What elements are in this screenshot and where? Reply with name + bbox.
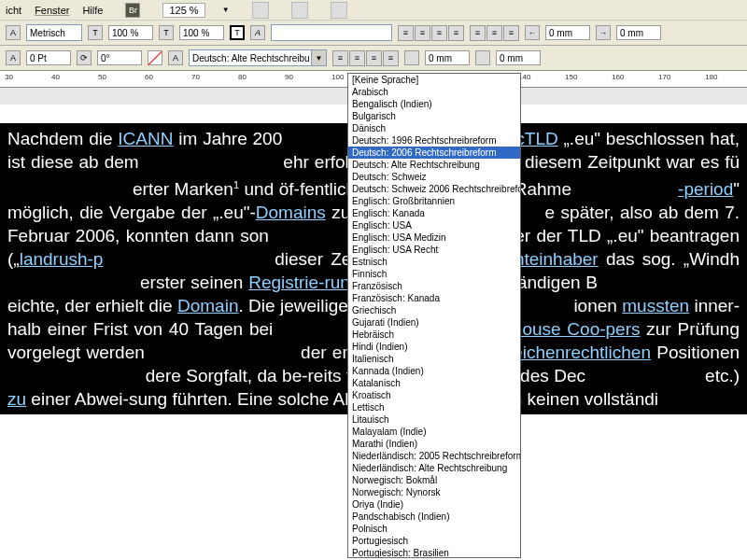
language-option[interactable]: Gujarati (Indien) xyxy=(348,316,520,329)
para-icon-2[interactable]: ≡ xyxy=(349,50,365,66)
language-option[interactable]: Litauisch xyxy=(348,413,520,426)
link-domain-2[interactable]: Domain xyxy=(177,296,238,315)
indent-right-input[interactable] xyxy=(616,25,661,40)
language-option[interactable]: Malayalam (Indie) xyxy=(348,426,520,438)
language-option[interactable]: Kroatisch xyxy=(348,389,520,401)
language-option[interactable]: Französisch: Kanada xyxy=(348,292,520,304)
language-combo[interactable]: Deutsch: Alte Rechtschreibu ▼ xyxy=(189,49,327,66)
language-option[interactable]: Arabisch xyxy=(348,86,520,98)
para-icon-4[interactable]: ≡ xyxy=(383,50,399,66)
menu-window[interactable]: Fenster xyxy=(35,5,69,16)
ruler-tick: 90 xyxy=(285,73,293,81)
scale-y-input[interactable] xyxy=(179,25,224,40)
language-option[interactable]: Englisch: USA xyxy=(348,219,520,231)
language-option[interactable]: Bulgarisch xyxy=(348,110,520,122)
language-option[interactable]: Niederländisch: Alte Rechtschreibung xyxy=(348,462,520,474)
language-option[interactable]: Deutsch: 2006 Rechtschreibreform xyxy=(348,147,520,159)
language-option[interactable]: Pandschabisch (Indien) xyxy=(348,511,520,523)
language-option[interactable]: Deutsch: Schweiz xyxy=(348,171,520,183)
menu-help[interactable]: Hilfe xyxy=(82,5,103,16)
bridge-icon[interactable]: Br xyxy=(125,3,140,18)
align-bottom-icon[interactable]: ≡ xyxy=(503,25,519,41)
language-option[interactable]: Kannada (Indien) xyxy=(348,365,520,377)
para-align-group: ≡ ≡ ≡ ≡ xyxy=(332,50,399,66)
language-option[interactable]: Hebräisch xyxy=(348,329,520,341)
font-style-combo[interactable] xyxy=(271,24,392,41)
language-option[interactable]: Norwegisch: Bokmål xyxy=(348,474,520,486)
no-fill-icon[interactable] xyxy=(148,50,162,65)
para-icon-3[interactable]: ≡ xyxy=(366,50,382,66)
indent-left-input[interactable] xyxy=(545,25,590,40)
language-option[interactable]: Niederländisch: 2005 Rechtschreibreform xyxy=(348,450,520,462)
language-option[interactable]: Englisch: USA Recht xyxy=(348,244,520,256)
view-mode-icon-2[interactable] xyxy=(291,2,308,19)
language-option[interactable]: Polnisch xyxy=(348,523,520,535)
ruler-tick: 70 xyxy=(191,73,200,81)
language-option[interactable]: Französisch xyxy=(348,280,520,292)
language-option[interactable]: Englisch: Kanada xyxy=(348,207,520,219)
color-icon[interactable]: A xyxy=(168,50,183,65)
para-icon-1[interactable]: ≡ xyxy=(332,50,348,66)
align-justify-icon[interactable]: ≡ xyxy=(448,25,464,41)
rotate-input[interactable] xyxy=(97,50,142,65)
scale-x-input[interactable] xyxy=(108,25,153,40)
language-option[interactable]: Portugiesisch: Brasilien xyxy=(348,547,520,558)
link-icann[interactable]: ICANN xyxy=(118,129,173,148)
toolbar-row-2: A ⟳ A Deutsch: Alte Rechtschreibu ▼ ≡ ≡ … xyxy=(0,46,747,71)
align-top-icon[interactable]: ≡ xyxy=(470,25,486,41)
ruler-tick: 80 xyxy=(238,73,247,81)
indent-left-icon[interactable]: ← xyxy=(525,25,540,40)
align-right-icon[interactable]: ≡ xyxy=(431,25,447,41)
language-option[interactable]: Norwegisch: Nynorsk xyxy=(348,486,520,498)
zoom-input[interactable]: 125 % xyxy=(162,3,204,18)
language-option[interactable]: Italienisch xyxy=(348,353,520,365)
menu-view[interactable]: icht xyxy=(6,5,21,16)
last-line-indent-input[interactable] xyxy=(496,50,541,65)
language-option[interactable]: Deutsch: Schweiz 2006 Rechtschreibreform xyxy=(348,183,520,195)
chevron-down-icon[interactable]: ▼ xyxy=(311,50,326,65)
ruler-tick: 30 xyxy=(5,73,13,81)
align-center-icon[interactable]: ≡ xyxy=(415,25,430,41)
baseline-input[interactable] xyxy=(26,50,71,65)
language-dropdown[interactable]: [Keine Sprache]ArabischBengalisch (Indie… xyxy=(347,73,521,558)
language-option[interactable]: Katalanisch xyxy=(348,377,520,389)
language-option[interactable]: Deutsch: 1996 Rechtschreibreform xyxy=(348,134,520,147)
ruler-tick: 170 xyxy=(658,73,670,81)
chevron-down-icon[interactable]: ▼ xyxy=(222,6,230,14)
language-option[interactable]: Hindi (Indien) xyxy=(348,341,520,353)
view-mode-icon-1[interactable] xyxy=(252,2,269,19)
first-line-indent-input[interactable] xyxy=(425,50,470,65)
language-option[interactable]: Lettisch xyxy=(348,401,520,413)
language-option[interactable]: Oriya (Indie) xyxy=(348,498,520,511)
link-period[interactable]: -period xyxy=(678,179,733,199)
language-option[interactable]: Dänisch xyxy=(348,122,520,134)
scale-y-icon: T xyxy=(159,25,174,40)
link-domains[interactable]: Domains xyxy=(256,203,326,222)
language-option[interactable]: Deutsch: Alte Rechtschreibung xyxy=(348,159,520,171)
view-mode-icon-3[interactable] xyxy=(331,2,347,19)
link-landrush[interactable]: landrush-p xyxy=(20,249,104,269)
language-option[interactable]: Marathi (Indien) xyxy=(348,438,520,450)
last-line-indent-icon[interactable] xyxy=(475,50,490,65)
first-line-indent-icon[interactable] xyxy=(404,50,419,65)
language-option[interactable]: Bengalisch (Indien) xyxy=(348,98,520,110)
language-option[interactable]: [Keine Sprache] xyxy=(348,74,520,86)
language-option[interactable]: Portugiesisch xyxy=(348,535,520,547)
align-group-2: ≡ ≡ ≡ xyxy=(470,25,519,41)
language-option[interactable]: Englisch: USA Medizin xyxy=(348,231,520,244)
align-left-icon[interactable]: ≡ xyxy=(398,25,414,41)
units-combo[interactable]: Metrisch xyxy=(26,24,82,41)
char-format-icon[interactable]: A xyxy=(250,25,265,40)
language-option[interactable]: Estnisch xyxy=(348,256,520,268)
language-option[interactable]: Griechisch xyxy=(348,304,520,316)
align-middle-icon[interactable]: ≡ xyxy=(486,25,502,41)
text-frame-icon[interactable]: T xyxy=(230,25,245,40)
language-option[interactable]: Finnisch xyxy=(348,268,520,280)
link-zu[interactable]: zu xyxy=(7,389,26,409)
language-option[interactable]: Englisch: Großbritannien xyxy=(348,195,520,207)
rotate-icon: ⟳ xyxy=(77,50,92,65)
indent-right-icon[interactable]: → xyxy=(596,25,611,40)
link-mussten[interactable]: mussten xyxy=(622,296,689,315)
ruler-tick: 60 xyxy=(145,73,153,81)
char-style-icon[interactable]: A xyxy=(6,25,21,40)
